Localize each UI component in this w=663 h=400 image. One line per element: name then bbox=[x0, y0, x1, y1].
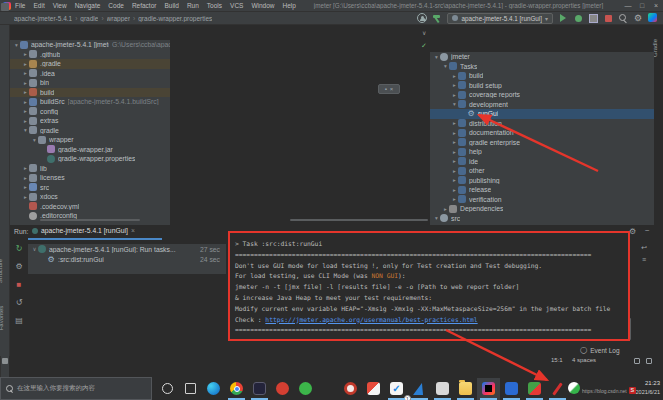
menu-item[interactable]: File bbox=[15, 2, 25, 9]
close-icon[interactable]: × bbox=[649, 2, 663, 9]
chevron-icon[interactable]: ▸ bbox=[22, 70, 29, 76]
gradle-tree-item[interactable]: ▾ src bbox=[430, 214, 654, 224]
breadcrumb-item[interactable]: apache-jmeter-5.4.1 › bbox=[14, 15, 80, 22]
chevron-icon[interactable]: ▸ bbox=[451, 196, 458, 202]
chevron-icon[interactable]: ▸ bbox=[451, 92, 458, 98]
project-tree-item[interactable]: ▾ apache-jmeter-5.4.1 [jmeter] G:\Users\… bbox=[10, 40, 170, 50]
chevron-icon[interactable]: ▸ bbox=[22, 184, 29, 190]
menu-item[interactable]: Tools bbox=[207, 2, 222, 9]
chevron-icon[interactable]: ▾ bbox=[433, 54, 440, 60]
chevron-icon[interactable]: ▾ bbox=[31, 137, 38, 143]
chevron-icon[interactable]: ▸ bbox=[451, 120, 458, 126]
project-tree-item[interactable]: ▾ gradle bbox=[10, 126, 170, 136]
taskbar-app-button[interactable] bbox=[271, 378, 294, 400]
lock-icon[interactable] bbox=[646, 358, 652, 364]
gradle-tree-item[interactable]: ▾ Tasks bbox=[430, 62, 654, 72]
taskbar-app-button[interactable] bbox=[179, 378, 202, 400]
taskbar-app-button[interactable] bbox=[362, 378, 385, 400]
chevron-icon[interactable]: ▸ bbox=[22, 194, 29, 200]
gradle-tree-item[interactable]: ▸ build setup bbox=[430, 81, 654, 91]
build-settings-icon[interactable]: ⚙ bbox=[10, 262, 28, 271]
gradle-tree-item[interactable]: runGui bbox=[430, 109, 654, 119]
menu-item[interactable]: Build bbox=[164, 2, 178, 9]
project-tree-item[interactable]: ▸ bin bbox=[10, 78, 170, 88]
chevron-icon[interactable]: ▸ bbox=[451, 177, 458, 183]
project-tree-item[interactable]: ▸ .github bbox=[10, 50, 170, 60]
hidden-tabs-chevron-icon[interactable]: ∨ bbox=[418, 25, 430, 40]
build-hammer-icon[interactable] bbox=[432, 13, 442, 23]
gradle-tree-item[interactable]: ▸ publishing bbox=[430, 176, 654, 186]
gradle-tree-item[interactable]: ▸ help bbox=[430, 147, 654, 157]
breadcrumb-item[interactable]: wrapper › bbox=[107, 15, 139, 22]
gradle-tree-item[interactable]: ▸ ide bbox=[430, 157, 654, 167]
chevron-icon[interactable]: ▸ bbox=[451, 139, 458, 145]
taskbar-app-button[interactable] bbox=[477, 378, 500, 400]
hide-run-panel-icon[interactable]: − bbox=[645, 226, 650, 235]
gradle-tree-item[interactable]: ▸ coverage reports bbox=[430, 90, 654, 100]
stop-icon[interactable] bbox=[603, 13, 613, 23]
gradle-tree-item[interactable]: ▸ Dependencies bbox=[430, 204, 654, 214]
gradle-tree-item[interactable]: ▸ distribution bbox=[430, 119, 654, 129]
taskbar-app-button[interactable] bbox=[546, 378, 569, 400]
run-tree-item[interactable]: :src:dist:runGui 24 sec bbox=[28, 255, 226, 266]
gradle-tree-item[interactable]: ▾ development bbox=[430, 100, 654, 110]
menu-item[interactable]: Code bbox=[108, 2, 124, 9]
chevron-icon[interactable]: ▾ bbox=[451, 101, 458, 107]
chevron-icon[interactable]: ▸ bbox=[451, 82, 458, 88]
stop-icon[interactable]: ■ bbox=[10, 280, 28, 289]
tray-app-icon[interactable] bbox=[568, 382, 580, 394]
chevron-icon[interactable]: ▸ bbox=[22, 108, 29, 114]
close-tab-icon[interactable]: × bbox=[131, 227, 135, 234]
taskbar-app-button[interactable] bbox=[317, 378, 339, 400]
rerun-icon[interactable]: ↻ bbox=[10, 244, 28, 253]
chevron-icon[interactable]: ▸ bbox=[451, 73, 458, 79]
chevron-icon[interactable]: ▸ bbox=[451, 149, 458, 155]
taskbar-search-box[interactable]: 在这里输入你要搜索的内容 bbox=[0, 377, 152, 400]
menu-item[interactable]: View bbox=[53, 2, 67, 9]
chevron-icon[interactable]: ▸ bbox=[22, 51, 29, 57]
gradle-tree-item[interactable]: ▾ jmeter bbox=[430, 52, 654, 62]
run-tree-item[interactable]: ∨ apache-jmeter-5.4.1 [runGui]: Run task… bbox=[28, 244, 226, 255]
gradle-tree-item[interactable]: ▸ release bbox=[430, 185, 654, 195]
toolwindow-switcher-icon[interactable] bbox=[2, 358, 8, 364]
project-tree-item[interactable]: ▸ licenses bbox=[10, 173, 170, 183]
editor-hint-popup[interactable]: ▪× bbox=[378, 84, 400, 94]
taskbar-app-button[interactable] bbox=[523, 378, 546, 400]
debug-icon[interactable] bbox=[573, 13, 583, 23]
maximize-icon[interactable]: □ bbox=[635, 2, 649, 9]
taskbar-app-button[interactable] bbox=[294, 378, 317, 400]
taskbar-app-button[interactable] bbox=[500, 378, 523, 400]
taskbar-clock[interactable]: 21:23 2021/6/21 bbox=[636, 379, 660, 397]
project-tree-hscrollbar[interactable] bbox=[40, 219, 140, 221]
chevron-icon[interactable]: ▸ bbox=[22, 99, 29, 105]
chevron-icon[interactable]: ▸ bbox=[451, 168, 458, 174]
coverage-icon[interactable] bbox=[588, 13, 598, 23]
project-tree-item[interactable]: gradle-wrapper.properties bbox=[10, 154, 170, 164]
project-tree-item[interactable]: ▸ buildSrc [apache-jmeter-5.4.1.buildSrc… bbox=[10, 97, 170, 107]
run-settings-gear-icon[interactable]: ⚙ bbox=[629, 227, 636, 236]
chevron-icon[interactable]: ▾ bbox=[22, 127, 29, 133]
breadcrumb-item[interactable]: gradle › bbox=[80, 15, 106, 22]
taskbar-app-button[interactable]: 1 bbox=[385, 378, 408, 400]
chevron-icon[interactable]: ▸ bbox=[22, 118, 29, 124]
taskbar-app-button[interactable] bbox=[202, 378, 225, 400]
project-tree-item[interactable]: ▸ .idea bbox=[10, 69, 170, 79]
run-console[interactable]: > Task :src:dist:runGui ================… bbox=[228, 225, 634, 344]
menu-item[interactable]: Edit bbox=[33, 2, 44, 9]
soft-wrap-icon[interactable]: ↩ bbox=[636, 244, 652, 252]
menu-item[interactable]: Help bbox=[283, 2, 296, 9]
project-tree-item[interactable]: ▸ config bbox=[10, 107, 170, 117]
taskbar-app-button[interactable] bbox=[225, 378, 248, 400]
project-tree-item[interactable]: .codecov.yml bbox=[10, 202, 170, 212]
indent-setting[interactable]: 4 spaces bbox=[572, 357, 596, 363]
taskbar-app-button[interactable] bbox=[431, 378, 454, 400]
project-tree-item[interactable]: ▸ .gradle bbox=[10, 59, 170, 69]
structure-toolwindow-button[interactable]: Structure bbox=[0, 259, 3, 283]
project-tree-item[interactable]: ▸ lib bbox=[10, 164, 170, 174]
project-tree-item[interactable]: ▸ src bbox=[10, 183, 170, 193]
console-vscrollbar[interactable] bbox=[628, 318, 631, 340]
run-configuration-select[interactable]: apache-jmeter-5.4.1 [runGui] ▾ bbox=[447, 13, 553, 24]
taskbar-app-button[interactable] bbox=[454, 378, 477, 400]
favorites-toolwindow-button[interactable]: Favorites bbox=[0, 306, 4, 331]
chevron-icon[interactable]: ▾ bbox=[433, 215, 440, 221]
